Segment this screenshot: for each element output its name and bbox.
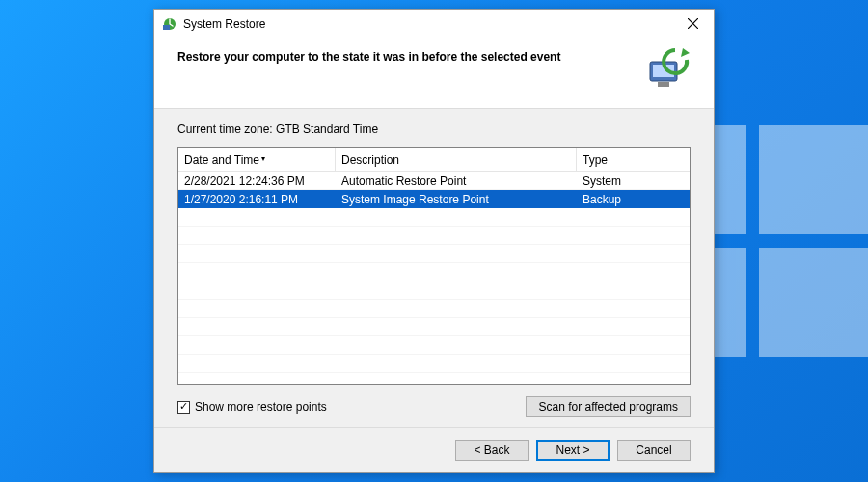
restore-points-table: Date and Time▾ Description Type 2/28/202… <box>177 147 691 385</box>
cell-type: Backup <box>577 192 690 207</box>
checkbox-icon <box>177 401 190 414</box>
column-header-date[interactable]: Date and Time▾ <box>178 148 336 171</box>
dialog-footer: < Back Next > Cancel <box>154 427 714 472</box>
cell-date: 1/27/2020 2:16:11 PM <box>178 192 336 207</box>
dialog-header: Restore your computer to the state it wa… <box>154 39 714 109</box>
svg-rect-1 <box>163 25 170 30</box>
cell-description: System Image Restore Point <box>336 192 577 207</box>
show-more-checkbox[interactable]: Show more restore points <box>177 400 327 414</box>
restore-large-icon <box>644 48 691 91</box>
back-button[interactable]: < Back <box>455 440 529 461</box>
window-title: System Restore <box>183 17 673 31</box>
table-row[interactable]: 1/27/2020 2:16:11 PMSystem Image Restore… <box>178 190 690 208</box>
table-row[interactable]: 2/28/2021 12:24:36 PMAutomatic Restore P… <box>178 172 690 190</box>
close-button[interactable] <box>673 11 712 38</box>
scan-affected-programs-button[interactable]: Scan for affected programs <box>526 396 691 417</box>
cell-type: System <box>577 174 690 189</box>
dialog-heading: Restore your computer to the state it wa… <box>177 48 644 64</box>
cell-description: Automatic Restore Point <box>336 174 577 189</box>
column-header-type[interactable]: Type <box>577 148 690 171</box>
system-restore-dialog: System Restore Restore your computer to … <box>153 9 715 473</box>
column-header-description[interactable]: Description <box>336 148 577 171</box>
timezone-label: Current time zone: GTB Standard Time <box>177 122 691 136</box>
titlebar[interactable]: System Restore <box>154 10 714 39</box>
svg-rect-4 <box>658 82 669 87</box>
sort-indicator-icon: ▾ <box>261 154 265 163</box>
restore-icon <box>162 16 177 32</box>
next-button[interactable]: Next > <box>536 440 610 461</box>
cancel-button[interactable]: Cancel <box>617 440 691 461</box>
checkbox-label: Show more restore points <box>195 400 327 414</box>
cell-date: 2/28/2021 12:24:36 PM <box>178 174 336 189</box>
